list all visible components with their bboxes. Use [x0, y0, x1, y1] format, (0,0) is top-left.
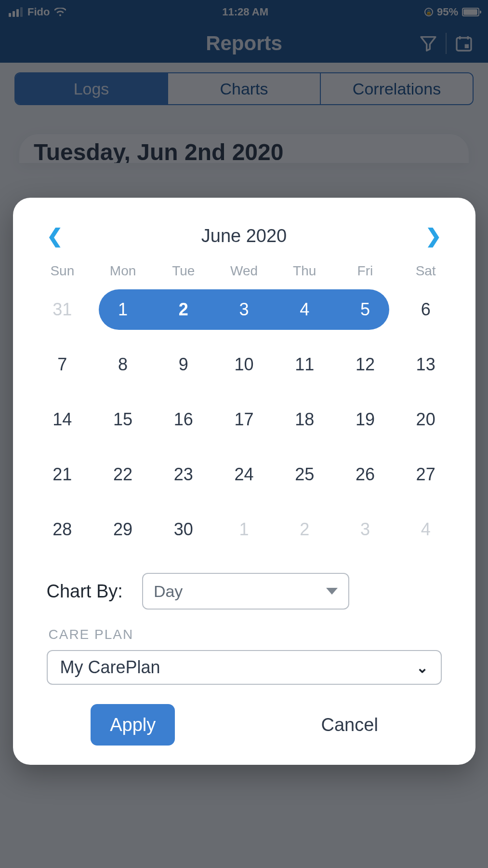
calendar-day[interactable]: 24 [214, 454, 275, 495]
care-plan-value: My CarePlan [60, 657, 160, 678]
calendar-day[interactable]: 26 [335, 454, 396, 495]
calendar-day[interactable]: 1 [214, 509, 275, 550]
calendar-day[interactable]: 3 [335, 509, 396, 550]
calendar-day[interactable]: 4 [274, 289, 335, 330]
calendar-month-label: June 2020 [201, 226, 287, 246]
weekday-label: Mon [92, 263, 153, 279]
calendar-day[interactable]: 8 [92, 344, 153, 385]
dropdown-triangle-icon [326, 588, 338, 595]
weekday-label: Thu [274, 263, 335, 279]
calendar-day[interactable]: 20 [396, 399, 456, 440]
date-picker-modal: ❮ June 2020 ❯ SunMonTueWedThuFriSat 3112… [13, 198, 475, 765]
calendar-day[interactable]: 9 [153, 344, 214, 385]
calendar-day[interactable]: 29 [92, 509, 153, 550]
weekday-row: SunMonTueWedThuFriSat [27, 259, 461, 281]
care-plan-select[interactable]: My CarePlan ⌄ [47, 650, 442, 685]
calendar-day[interactable]: 5 [335, 289, 396, 330]
screen: Fido 11:28 AM 🔒 95% Reports LogsChartsCo… [0, 0, 488, 868]
apply-button[interactable]: Apply [91, 704, 175, 746]
calendar-day[interactable]: 30 [153, 509, 214, 550]
weekday-label: Sun [32, 263, 93, 279]
next-month-button[interactable]: ❯ [421, 222, 447, 250]
modal-overlay[interactable]: ❮ June 2020 ❯ SunMonTueWedThuFriSat 3112… [0, 0, 488, 868]
calendar-day[interactable]: 28 [32, 509, 93, 550]
calendar-day[interactable]: 10 [214, 344, 275, 385]
calendar-day[interactable]: 2 [153, 289, 214, 330]
calendar-day[interactable]: 4 [396, 509, 456, 550]
weekday-label: Fri [335, 263, 396, 279]
calendar-day[interactable]: 21 [32, 454, 93, 495]
calendar-day[interactable]: 22 [92, 454, 153, 495]
chart-by-value: Day [154, 582, 183, 601]
calendar-day[interactable]: 16 [153, 399, 214, 440]
chart-by-label: Chart By: [47, 581, 123, 602]
care-plan-label: CARE PLAN [49, 627, 442, 642]
calendar-day[interactable]: 18 [274, 399, 335, 440]
cancel-button[interactable]: Cancel [302, 704, 397, 746]
calendar-day[interactable]: 3 [214, 289, 275, 330]
calendar-day[interactable]: 12 [335, 344, 396, 385]
calendar-day[interactable]: 19 [335, 399, 396, 440]
chart-by-section: Chart By: Day CARE PLAN My CarePlan ⌄ [27, 555, 461, 685]
calendar-day[interactable]: 14 [32, 399, 93, 440]
calendar-day[interactable]: 23 [153, 454, 214, 495]
calendar-day[interactable]: 17 [214, 399, 275, 440]
calendar-day[interactable]: 11 [274, 344, 335, 385]
chart-by-select[interactable]: Day [142, 573, 349, 610]
calendar-day[interactable]: 7 [32, 344, 93, 385]
weekday-label: Sat [396, 263, 456, 279]
calendar-day[interactable]: 27 [396, 454, 456, 495]
calendar-day[interactable]: 25 [274, 454, 335, 495]
calendar-day[interactable]: 6 [396, 289, 456, 330]
prev-month-button[interactable]: ❮ [42, 222, 68, 250]
weekday-label: Wed [214, 263, 275, 279]
calendar-header: ❮ June 2020 ❯ [27, 217, 461, 259]
calendar-day[interactable]: 1 [92, 289, 153, 330]
modal-actions: Apply Cancel [27, 704, 461, 746]
calendar-day[interactable]: 31 [32, 289, 93, 330]
calendar-day[interactable]: 2 [274, 509, 335, 550]
calendar-day[interactable]: 15 [92, 399, 153, 440]
calendar-grid: 3112345678910111213141516171819202122232… [27, 281, 461, 555]
calendar-day[interactable]: 13 [396, 344, 456, 385]
weekday-label: Tue [153, 263, 214, 279]
chevron-down-icon: ⌄ [416, 659, 428, 676]
